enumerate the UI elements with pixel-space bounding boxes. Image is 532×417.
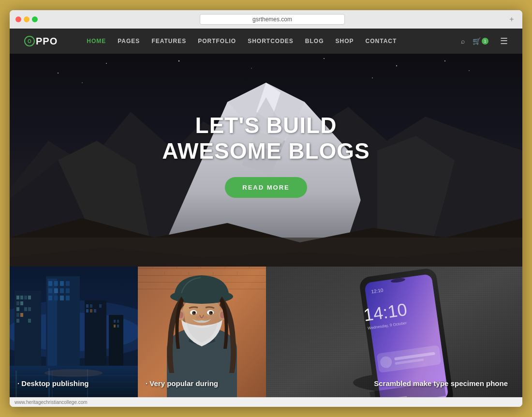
cart-icon[interactable]: 🛒 1 [473,37,488,45]
svg-rect-81 [213,272,213,275]
cart-basket-icon: 🛒 [473,37,481,45]
logo-icon: O [24,36,35,46]
logo-text: PPO [36,36,58,47]
svg-rect-75 [177,267,177,268]
svg-rect-20 [28,296,31,299]
svg-rect-43 [60,296,64,300]
svg-point-8 [372,77,373,78]
svg-rect-24 [24,307,27,311]
nav-item-pages[interactable]: PAGES [118,38,140,45]
svg-rect-39 [60,288,64,293]
svg-rect-17 [16,296,19,299]
svg-point-92 [204,316,207,319]
hamburger-icon[interactable]: ☰ [500,36,508,46]
logo[interactable]: O PPO [24,36,58,47]
nav-item-blog[interactable]: BLOG [305,38,324,45]
grid-item-person: Very popular during [138,267,266,397]
svg-point-67 [44,369,103,377]
window-controls [15,16,38,22]
nav-menu: HOME PAGES FEATURES PORTFOLIO SHORTCODES… [87,38,461,45]
url-bar[interactable]: gsrthemes.com [200,14,345,25]
svg-point-7 [469,70,470,71]
svg-rect-80 [189,272,189,275]
minimize-dot[interactable] [24,16,30,22]
svg-rect-47 [90,304,92,308]
grid-caption-1: Desktop publishing [17,379,130,387]
grid-item-city: Desktop publishing [10,267,138,397]
svg-point-1 [58,73,59,74]
browser-window: gsrthemes.com + O PPO HOME PAGES FEATURE… [10,10,522,407]
grid-caption-3: Scrambled make type specimen phone [374,379,508,387]
hero-title: LET'S BUILD AWESOME BLOGS [162,113,370,164]
nav-item-features[interactable]: FEATURES [151,38,186,45]
svg-rect-18 [20,296,23,299]
svg-rect-74 [152,267,153,268]
svg-rect-23 [16,307,19,311]
svg-rect-27 [20,313,23,317]
svg-rect-70 [138,268,266,269]
svg-rect-22 [20,301,23,305]
svg-point-5 [324,58,325,59]
cart-badge: 1 [482,38,488,45]
url-bar-container: gsrthemes.com [42,14,503,25]
browser-status-bar: www.heritagechristiancollege.com [10,397,522,407]
svg-point-2 [106,63,107,64]
website-content: O PPO HOME PAGES FEATURES PORTFOLIO SHOR… [10,29,522,397]
svg-rect-49 [90,309,92,313]
svg-rect-41 [48,296,52,300]
svg-point-10 [444,60,445,61]
nav-item-portfolio[interactable]: PORTFOLIO [198,38,236,45]
svg-rect-50 [94,309,96,313]
svg-rect-42 [54,296,58,300]
nav-item-shop[interactable]: SHOP [336,38,354,45]
svg-rect-40 [66,288,70,293]
close-dot[interactable] [15,16,21,22]
browser-chrome: gsrthemes.com + [10,10,522,29]
svg-rect-46 [86,304,89,308]
new-tab-button[interactable]: + [507,15,517,24]
svg-rect-11 [10,238,522,267]
svg-rect-55 [114,325,116,328]
svg-point-89 [193,312,195,313]
svg-point-9 [82,82,83,83]
maximize-dot[interactable] [32,16,38,22]
svg-rect-54 [117,320,119,323]
svg-rect-35 [60,281,64,286]
svg-rect-21 [16,301,19,305]
hero-content: LET'S BUILD AWESOME BLOGS READ MORE [162,113,370,198]
svg-point-91 [196,316,200,319]
read-more-button[interactable]: READ MORE [225,177,307,198]
svg-rect-37 [48,288,52,293]
svg-rect-48 [86,309,89,313]
nav-item-home[interactable]: HOME [87,38,106,45]
grid-item-phone: 12:10 14:10 Wednesday, 9 October [266,267,522,397]
phone-background: 12:10 14:10 Wednesday, 9 October [266,267,522,397]
svg-rect-78 [249,267,250,268]
nav-item-contact[interactable]: CONTACT [366,38,397,45]
svg-rect-25 [28,307,31,311]
svg-rect-56 [117,325,119,328]
svg-rect-19 [24,296,27,299]
svg-rect-44 [66,296,70,300]
svg-rect-26 [16,313,19,317]
svg-rect-53 [114,320,116,323]
search-icon[interactable]: ⌕ [461,37,465,45]
svg-rect-69 [138,267,266,268]
svg-rect-36 [66,281,70,286]
grid-caption-2: Very popular during [146,379,258,387]
svg-rect-51 [99,304,102,308]
svg-point-4 [251,68,252,69]
svg-rect-77 [225,267,225,268]
hero-section: LET'S BUILD AWESOME BLOGS READ MORE [10,54,522,267]
svg-rect-82 [237,272,237,275]
svg-rect-79 [164,272,165,275]
svg-rect-76 [201,267,201,268]
svg-rect-28 [16,319,19,323]
svg-point-3 [178,60,179,61]
nav-item-shortcodes[interactable]: SHORTCODES [248,38,294,45]
svg-point-90 [210,312,212,313]
nav-right: ⌕ 🛒 1 ☰ [461,36,508,46]
svg-rect-29 [28,319,31,323]
svg-point-6 [396,65,397,66]
svg-rect-33 [48,281,52,286]
